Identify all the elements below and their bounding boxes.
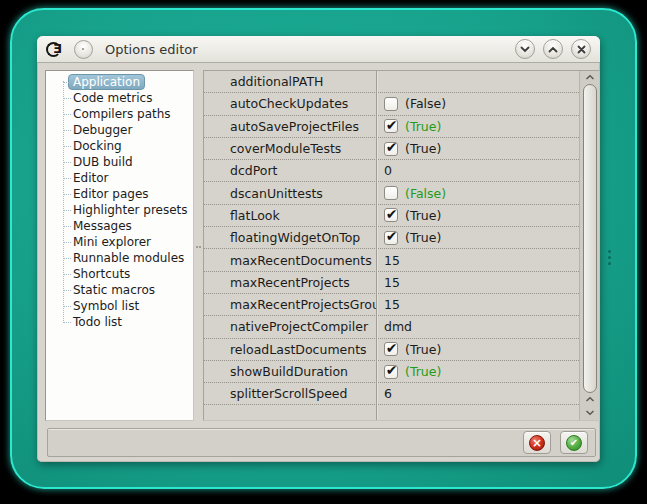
sidebar-item-label: Docking (73, 139, 122, 153)
property-value-cell[interactable]: ✔(True) (376, 119, 579, 134)
titlebar[interactable]: Ǝ Options editor (37, 36, 600, 63)
dialog-content: Application Code metrics Compilers paths… (37, 64, 600, 462)
chevron-up-icon (585, 74, 595, 81)
shade-button[interactable] (515, 39, 535, 59)
checkbox-checked-icon[interactable]: ✔ (384, 231, 398, 245)
checkbox-checked-icon[interactable]: ✔ (384, 365, 398, 379)
vertical-scrollbar[interactable] (579, 71, 599, 420)
scroll-up-button[interactable] (581, 71, 599, 84)
sidebar-item-compilers-paths[interactable]: Compilers paths (46, 106, 193, 122)
options-tree-list: Application Code metrics Compilers paths… (46, 74, 193, 330)
property-name: nativeProjectCompiler (204, 319, 376, 334)
sidebar-item-editor-pages[interactable]: Editor pages (46, 186, 193, 202)
sidebar-item-label: DUB build (73, 155, 133, 169)
sidebar-item-static-macros[interactable]: Static macros (46, 282, 193, 298)
property-value: 15 (384, 275, 400, 290)
property-row-autoCheckUpdates[interactable]: autoCheckUpdates (False) (204, 93, 579, 115)
property-value-cell[interactable]: 6 (376, 386, 579, 401)
property-value: (True) (405, 342, 441, 357)
checkbox-unchecked-icon[interactable] (384, 97, 398, 111)
sidebar-item-label: Todo list (73, 315, 122, 329)
sidebar-item-label: Shortcuts (73, 267, 130, 281)
property-row-additionalPATH[interactable]: additionalPATH (204, 71, 579, 93)
close-button[interactable] (571, 39, 591, 59)
window-menu-button[interactable] (74, 40, 93, 59)
property-name: coverModuleTests (204, 141, 376, 156)
property-grid: additionalPATH autoCheckUpdates (False) … (203, 70, 600, 421)
property-value-cell[interactable]: 0 (376, 163, 579, 178)
sidebar-item-label: Messages (73, 219, 132, 233)
property-row-dscanUnittests[interactable]: dscanUnittests (False) (204, 182, 579, 204)
property-row-showBuildDuration[interactable]: showBuildDuration ✔(True) (204, 361, 579, 383)
scroll-down-button[interactable] (581, 406, 599, 419)
chevron-down-icon (585, 409, 595, 416)
sidebar-item-debugger[interactable]: Debugger (46, 122, 193, 138)
sidebar-item-editor[interactable]: Editor (46, 170, 193, 186)
property-row-flatLook[interactable]: flatLook ✔(True) (204, 205, 579, 227)
property-value: 0 (384, 163, 392, 178)
sidebar-item-code-metrics[interactable]: Code metrics (46, 90, 193, 106)
close-icon (577, 45, 586, 54)
property-value-cell[interactable]: 15 (376, 275, 579, 290)
sidebar-item-highlighter-presets[interactable]: Highlighter presets (46, 202, 193, 218)
property-row-autoSaveProjectFiles[interactable]: autoSaveProjectFiles ✔(True) (204, 116, 579, 138)
checkbox-checked-icon[interactable]: ✔ (384, 342, 398, 356)
property-row-maxRecentDocuments[interactable]: maxRecentDocuments 15 (204, 249, 579, 271)
property-value-cell[interactable]: ✔(True) (376, 364, 579, 379)
sidebar-item-todo-list[interactable]: Todo list (46, 314, 193, 330)
property-value-cell[interactable]: ✔(True) (376, 342, 579, 357)
sidebar-item-shortcuts[interactable]: Shortcuts (46, 266, 193, 282)
property-value-cell[interactable]: (False) (376, 96, 579, 111)
property-row-coverModuleTests[interactable]: coverModuleTests ✔(True) (204, 138, 579, 160)
property-value-cell[interactable]: (False) (376, 186, 579, 201)
property-row-reloadLastDocuments[interactable]: reloadLastDocuments ✔(True) (204, 339, 579, 361)
property-value: 15 (384, 297, 400, 312)
frame-resize-grip-icon[interactable] (608, 250, 611, 253)
property-row-floatingWidgetOnTop[interactable]: floatingWidgetOnTop ✔(True) (204, 227, 579, 249)
sidebar-item-label: Code metrics (73, 91, 152, 105)
cancel-button[interactable]: × (523, 431, 551, 454)
checkbox-checked-icon[interactable]: ✔ (384, 142, 398, 156)
accept-button[interactable]: ✔ (560, 431, 588, 454)
sidebar-item-label: Symbol list (73, 299, 139, 313)
property-name: maxRecentProjectsGrou (204, 297, 376, 312)
checkbox-checked-icon[interactable]: ✔ (384, 208, 398, 222)
sidebar-item-symbol-list[interactable]: Symbol list (46, 298, 193, 314)
property-name: autoCheckUpdates (204, 96, 376, 111)
sidebar-item-mini-explorer[interactable]: Mini explorer (46, 234, 193, 250)
sidebar-item-messages[interactable]: Messages (46, 218, 193, 234)
checkbox-unchecked-icon[interactable] (384, 186, 398, 200)
column-separator[interactable] (376, 71, 377, 420)
property-row-splitterScrollSpeed[interactable]: splitterScrollSpeed 6 (204, 383, 579, 405)
property-row-nativeProjectCompiler[interactable]: nativeProjectCompiler dmd (204, 316, 579, 338)
checkbox-checked-icon[interactable]: ✔ (384, 119, 398, 133)
property-name: reloadLastDocuments (204, 342, 376, 357)
unshade-button[interactable] (543, 39, 563, 59)
splitter-grip-icon (196, 246, 198, 248)
property-row-maxRecentProjectsGrou[interactable]: maxRecentProjectsGrou 15 (204, 294, 579, 316)
property-name: additionalPATH (204, 74, 376, 89)
property-row-maxRecentProjects[interactable]: maxRecentProjects 15 (204, 272, 579, 294)
scroll-up-button-bottom[interactable] (581, 393, 599, 406)
sidebar-item-runnable-modules[interactable]: Runnable modules (46, 250, 193, 266)
sidebar-item-docking[interactable]: Docking (46, 138, 193, 154)
sidebar-item-application[interactable]: Application (46, 74, 193, 90)
panel-splitter[interactable] (195, 70, 203, 421)
property-value: (True) (405, 364, 441, 379)
sidebar-item-label: Editor (73, 171, 109, 185)
dialog-footer: × ✔ (47, 428, 596, 457)
scrollbar-thumb[interactable] (583, 84, 597, 393)
sidebar-item-dub-build[interactable]: DUB build (46, 154, 193, 170)
property-name: splitterScrollSpeed (204, 386, 376, 401)
property-value-cell[interactable]: 15 (376, 297, 579, 312)
property-value-cell[interactable]: ✔(True) (376, 141, 579, 156)
property-value-cell[interactable]: dmd (376, 319, 579, 334)
property-value-cell[interactable]: ✔(True) (376, 208, 579, 223)
property-row-dcdPort[interactable]: dcdPort 0 (204, 160, 579, 182)
property-value-cell[interactable]: ✔(True) (376, 230, 579, 245)
chevron-up-icon (548, 46, 558, 53)
property-value: (False) (405, 186, 446, 201)
property-grid-rows: additionalPATH autoCheckUpdates (False) … (204, 71, 579, 420)
property-value-cell[interactable]: 15 (376, 253, 579, 268)
property-value: (True) (405, 230, 441, 245)
